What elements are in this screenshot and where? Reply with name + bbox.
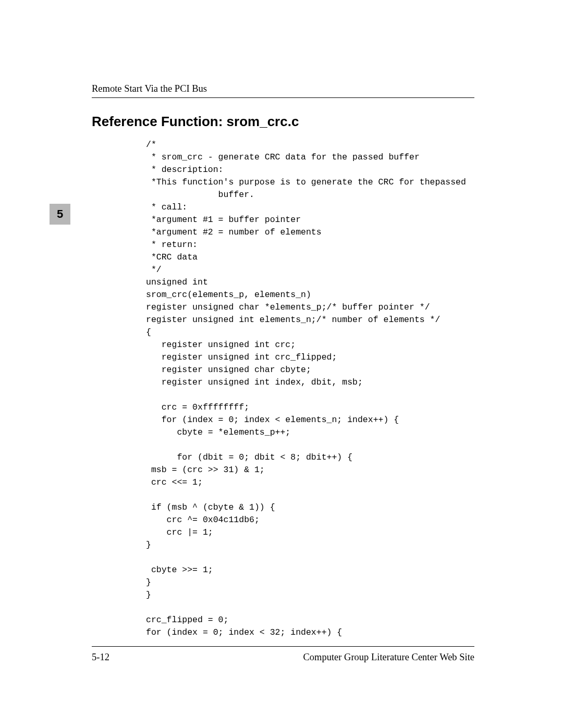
footer-row: 5-12 Computer Group Literature Center We…	[92, 652, 474, 663]
header-rule	[92, 97, 474, 98]
chapter-tab: 5	[50, 204, 70, 225]
footer-site: Computer Group Literature Center Web Sit…	[303, 652, 474, 663]
footer-region: 5-12 Computer Group Literature Center We…	[92, 646, 474, 663]
page-number: 5-12	[92, 652, 109, 663]
footer-rule	[92, 646, 474, 647]
header-region: Remote Start Via the PCI Bus	[92, 83, 474, 98]
running-header: Remote Start Via the PCI Bus	[92, 83, 474, 94]
section-title: Reference Function: srom_crc.c	[92, 114, 475, 130]
code-block: /* * srom_crc - generate CRC data for th…	[146, 139, 475, 639]
chapter-number: 5	[57, 207, 63, 221]
content: Reference Function: srom_crc.c /* * srom…	[92, 114, 475, 647]
page: Remote Start Via the PCI Bus 5 Reference…	[0, 0, 563, 728]
